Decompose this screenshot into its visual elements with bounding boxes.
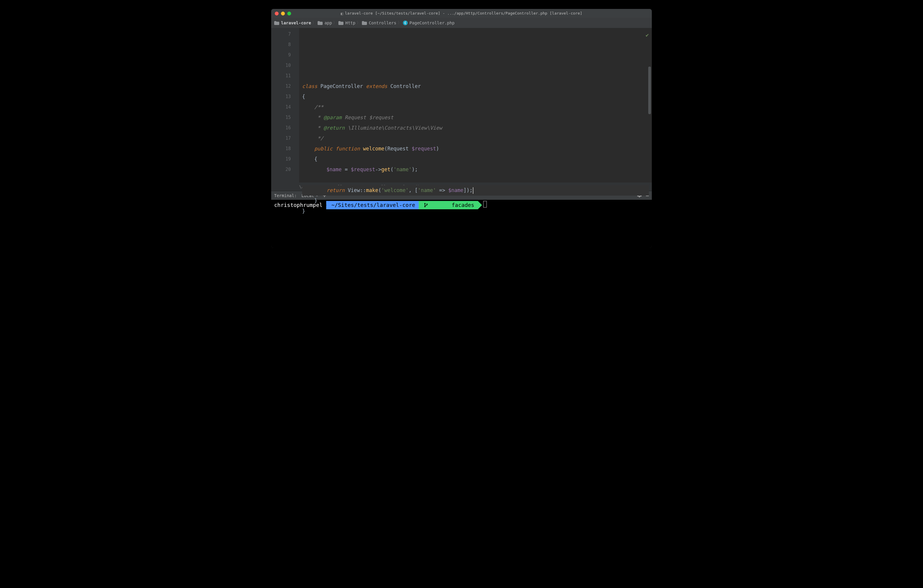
prompt-path: ~/Sites/tests/laravel-core [326, 201, 419, 209]
breadcrumb-item-root[interactable]: laravel-core [274, 21, 311, 25]
fold-column [295, 28, 299, 182]
breadcrumb-item-app[interactable]: app [318, 21, 332, 25]
class-file-icon: C [403, 21, 408, 25]
terminal-title: Terminal: [274, 193, 297, 198]
chevron-right-icon: 〉 [333, 20, 337, 26]
chevron-right-icon: 〉 [397, 20, 402, 26]
breadcrumb-item-controllers[interactable]: Controllers [362, 21, 396, 25]
chevron-right-icon: 〉 [356, 20, 361, 26]
close-window-button[interactable] [275, 11, 279, 15]
line-number: 9 [274, 50, 291, 60]
code-line[interactable]: * @return \Illuminate\Contracts\View\Vie… [302, 123, 649, 133]
breadcrumb-label: Http [345, 21, 355, 25]
breadcrumb-label: app [324, 21, 332, 25]
zoom-window-button[interactable] [287, 11, 291, 15]
code-line[interactable]: { [302, 92, 649, 102]
code-line[interactable] [302, 71, 649, 81]
line-number: 10 [274, 60, 291, 71]
svg-point-1 [424, 206, 425, 207]
line-number: 8 [274, 39, 291, 50]
code-line[interactable] [302, 175, 649, 185]
code-line[interactable]: { [302, 154, 649, 164]
breadcrumb-item-file[interactable]: C PageController.php [403, 21, 455, 25]
line-number: 12 [274, 81, 291, 92]
gutter: 7891011121314151617181920 [271, 28, 295, 182]
prompt-branch: facades [419, 201, 478, 209]
window-title: ◧laravel-core [~/Sites/tests/laravel-cor… [271, 11, 652, 16]
breadcrumb: laravel-core 〉 app 〉 Http 〉 Controllers … [271, 18, 652, 28]
folder-icon [274, 21, 279, 25]
folder-icon [338, 21, 343, 25]
app-icon: ◧ [341, 11, 343, 16]
minimize-window-button[interactable] [281, 11, 285, 15]
breadcrumb-label: Controllers [369, 21, 396, 25]
line-number: 16 [274, 123, 291, 133]
editor[interactable]: 7891011121314151617181920 ✔ class PageCo… [271, 28, 652, 182]
breadcrumb-label: PageController.php [409, 21, 455, 25]
code-line[interactable]: $name = $request->get('name'); [302, 164, 649, 175]
code-line[interactable]: class PageController extends Controller [302, 81, 649, 92]
code-line[interactable]: * @param Request $request [302, 112, 649, 123]
folder-icon [318, 21, 323, 25]
ide-window: ◧laravel-core [~/Sites/tests/laravel-cor… [271, 9, 652, 248]
line-number: 11 [274, 71, 291, 81]
svg-point-0 [424, 203, 425, 204]
svg-point-2 [426, 204, 428, 205]
code-line[interactable]: /** [302, 102, 649, 112]
code-area[interactable]: ✔ class PageController extends Controlle… [299, 28, 652, 182]
inspection-ok-icon: ✔ [645, 30, 649, 40]
line-number: 18 [274, 144, 291, 154]
breadcrumb-label: laravel-core [281, 21, 311, 25]
line-number: 19 [274, 154, 291, 164]
code-line[interactable]: return View::make('welcome', ['name' => … [302, 185, 649, 195]
titlebar: ◧laravel-core [~/Sites/tests/laravel-cor… [271, 9, 652, 18]
line-number: 7 [274, 29, 291, 39]
line-number: 14 [274, 102, 291, 112]
line-number: 13 [274, 92, 291, 102]
chevron-right-icon: 〉 [312, 20, 316, 26]
folder-icon [362, 21, 367, 25]
traffic-lights [271, 11, 291, 15]
code-line[interactable]: public function welcome(Request $request… [302, 144, 649, 154]
line-number: 17 [274, 133, 291, 144]
prompt-user: christophrumpel [273, 201, 326, 209]
caret [473, 187, 473, 194]
code-line[interactable]: */ [302, 133, 649, 144]
line-number: 20 [274, 164, 291, 175]
line-number: 15 [274, 112, 291, 123]
breadcrumb-item-http[interactable]: Http [338, 21, 355, 25]
